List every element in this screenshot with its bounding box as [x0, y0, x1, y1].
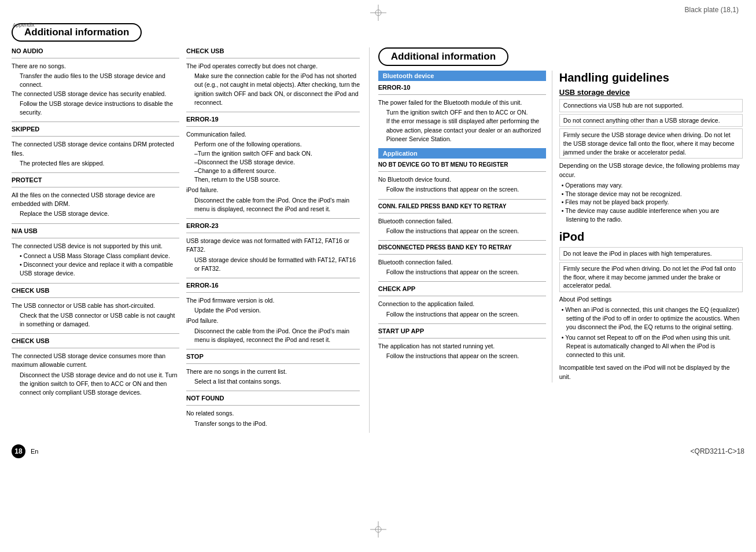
- error23-title: ERROR-23: [186, 222, 360, 229]
- disconnected-indent: Follow the instructions that appear on t…: [378, 268, 546, 277]
- protect-title: PROTECT: [12, 176, 179, 183]
- no-audio-indent2: Follow the USB storage device instructio…: [12, 100, 179, 117]
- usb-note-intro: Depending on the USB storage device, the…: [559, 161, 743, 179]
- right-column: Additional information Bluetooth device …: [370, 47, 744, 433]
- usb-bullet-1: • Operations may vary.: [559, 181, 743, 190]
- not-found-body: No related songs.: [186, 409, 360, 418]
- lang-label: En: [31, 448, 38, 455]
- check-usb-2-body: The connected USB storage device consume…: [12, 352, 179, 369]
- check-app-body: Connection to the application failed.: [378, 300, 546, 308]
- check-usb-ipod-title: CHECK USB: [186, 47, 360, 54]
- disconnected-title: DISCONNECTED PRESS BAND KEY TO RETRAY: [378, 244, 546, 251]
- check-usb-2-title: CHECK USB: [12, 337, 179, 344]
- conn-failed-section: CONN. FAILED PRESS BAND KEY TO RETRAY Bl…: [378, 203, 546, 235]
- na-usb-bullet2: • Disconnect your device and replace it …: [12, 260, 179, 278]
- na-usb-title: N/A USB: [12, 227, 179, 234]
- skipped-body: The connected USB storage device contain…: [12, 140, 179, 157]
- not-found-section: NOT FOUND No related songs. Transfer son…: [186, 395, 360, 428]
- error10-indent1: Turn the ignition switch OFF and then to…: [378, 108, 546, 117]
- stop-title: STOP: [186, 353, 360, 360]
- ipod-footer: Incompatible text saved on the iPod will…: [559, 363, 743, 381]
- skipped-indent: The protected files are skipped.: [12, 159, 179, 168]
- error10-indent2: If the error message is still displayed …: [378, 117, 546, 143]
- error23-indent: USB storage device should be formatted w…: [186, 256, 360, 273]
- usb-box-1: Connections via USB hub are not supporte…: [559, 99, 743, 112]
- no-bt-device-section: NO BT DEVICE GO TO BT MENU TO REGISTER N…: [378, 161, 546, 194]
- disconnected-body: Bluetooth connection failed.: [378, 258, 546, 267]
- error10-body: The power failed for the Bluetooth modul…: [378, 98, 546, 107]
- check-usb-2-indent: Disconnect the USB storage device and do…: [12, 371, 179, 398]
- check-usb-ipod-body: The iPod operates correctly but does not…: [186, 62, 360, 71]
- handling-col: Handling guidelines USB storage device C…: [552, 71, 743, 382]
- protect-body: All the files on the connected USB stora…: [12, 191, 179, 208]
- error19-title: ERROR-19: [186, 116, 360, 123]
- error23-section: ERROR-23 USB storage device was not form…: [186, 222, 360, 273]
- error19-indent1: Perform one of the following operations.…: [186, 140, 360, 184]
- no-bt-device-indent: Follow the instructions that appear on t…: [378, 185, 546, 194]
- page-number: 18: [12, 444, 25, 458]
- startup-app-section: START UP APP The application has not sta…: [378, 327, 546, 360]
- na-usb-body: The connected USB device is not supporte…: [12, 242, 179, 251]
- no-audio-body2: The connected USB storage device has sec…: [12, 90, 179, 98]
- no-audio-body: There are no songs.: [12, 62, 179, 71]
- no-bt-device-title: NO BT DEVICE GO TO BT MENU TO REGISTER: [378, 161, 546, 168]
- error16-title: ERROR-16: [186, 282, 360, 289]
- startup-app-body: The application has not started running …: [378, 342, 546, 351]
- conn-failed-title: CONN. FAILED PRESS BAND KEY TO RETRAY: [378, 203, 546, 209]
- left-column: NO AUDIO There are no songs. Transfer th…: [12, 47, 370, 433]
- check-usb-1-title: CHECK USB: [12, 287, 179, 294]
- stop-indent: Select a list that contains songs.: [186, 377, 360, 386]
- no-audio-indent1: Transfer the audio files to the USB stor…: [12, 72, 179, 89]
- plate-label: Black plate (18,1): [685, 6, 739, 14]
- left-two-col: NO AUDIO There are no songs. Transfer th…: [12, 47, 360, 433]
- usb-subtitle: USB storage device: [559, 88, 743, 97]
- conn-failed-indent: Follow the instructions that appear on t…: [378, 227, 546, 235]
- crosshair-top: [370, 5, 386, 21]
- col-a: NO AUDIO There are no songs. Transfer th…: [12, 47, 179, 433]
- crosshair-bottom: [370, 521, 386, 538]
- na-usb-bullet1: • Connect a USB Mass Storage Class compl…: [12, 252, 179, 260]
- ipod-bullet-1: • When an iPod is connected, this unit c…: [559, 306, 743, 331]
- startup-app-indent: Follow the instructions that appear on t…: [378, 352, 546, 360]
- check-usb-1-section: CHECK USB The USB connector or USB cable…: [12, 287, 179, 329]
- startup-app-title: START UP APP: [378, 327, 546, 334]
- not-found-title: NOT FOUND: [186, 395, 360, 402]
- appendix-label: Appendix: [13, 22, 35, 28]
- right-title-row: Additional information: [378, 47, 744, 66]
- check-usb-ipod-section: CHECK USB The iPod operates correctly bu…: [186, 47, 360, 107]
- usb-box-3: Firmly secure the USB storage device whe…: [559, 128, 743, 159]
- right-top-layout: Bluetooth device ERROR-10 The power fail…: [378, 71, 744, 382]
- check-usb-ipod-indent: Make sure the connection cable for the i…: [186, 72, 360, 107]
- check-usb-2-section: CHECK USB The connected USB storage devi…: [12, 337, 179, 397]
- error23-body: USB storage device was not formatted wit…: [186, 237, 360, 254]
- no-audio-section: NO AUDIO There are no songs. Transfer th…: [12, 47, 179, 117]
- ipod-settings-label: About iPod settings: [559, 295, 743, 304]
- check-app-title: CHECK APP: [378, 285, 546, 292]
- bluetooth-header: Bluetooth device: [378, 71, 546, 81]
- main-layout: NO AUDIO There are no songs. Transfer th…: [12, 47, 744, 433]
- footer: 18 En <QRD3211-C>18: [12, 444, 744, 458]
- usb-box-2: Do not connect anything other than a USB…: [559, 114, 743, 127]
- application-header: Application: [378, 148, 546, 159]
- error16-body: The iPod firmware version is old.: [186, 296, 360, 305]
- error16-indent1: Update the iPod version.: [186, 306, 360, 315]
- ipod-title: iPod: [559, 230, 743, 244]
- page: Black plate (18,1) Appendix Additional i…: [0, 0, 756, 552]
- no-bt-device-body: No Bluetooth device found.: [378, 175, 546, 184]
- handling-title: Handling guidelines: [559, 71, 743, 84]
- check-app-indent: Follow the instructions that appear on t…: [378, 310, 546, 319]
- skipped-section: SKIPPED The connected USB storage device…: [12, 126, 179, 168]
- stop-section: STOP There are no songs in the current l…: [186, 353, 360, 386]
- not-found-indent: Transfer songs to the iPod.: [186, 419, 360, 428]
- right-section-title-box: Additional information: [378, 47, 508, 66]
- stop-body: There are no songs in the current list.: [186, 367, 360, 376]
- error16-section: ERROR-16 The iPod firmware version is ol…: [186, 282, 360, 344]
- col-b: CHECK USB The iPod operates correctly bu…: [186, 47, 360, 433]
- ipod-line-2: Firmly secure the iPod when driving. Do …: [559, 262, 743, 292]
- na-usb-section: N/A USB The connected USB device is not …: [12, 227, 179, 278]
- skipped-title: SKIPPED: [12, 126, 179, 133]
- no-audio-title: NO AUDIO: [12, 47, 179, 54]
- check-app-section: CHECK APP Connection to the application …: [378, 285, 546, 318]
- check-usb-1-indent: Check that the USB connector or USB cabl…: [12, 311, 179, 329]
- disconnected-section: DISCONNECTED PRESS BAND KEY TO RETRAY Bl…: [378, 244, 546, 277]
